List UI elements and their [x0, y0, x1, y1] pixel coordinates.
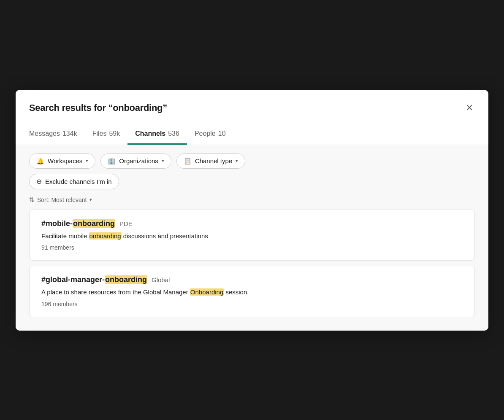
- tab-channels[interactable]: Channels536: [127, 123, 187, 145]
- tab-count-messages: 134k: [62, 130, 77, 137]
- tab-people[interactable]: People10: [187, 123, 233, 145]
- sort-row[interactable]: ⇅ Sort: Most relevant ▾: [29, 196, 475, 210]
- desc-highlight: Onboarding: [190, 288, 224, 296]
- tab-label-files: Files: [92, 130, 107, 137]
- result-org: Global: [152, 276, 170, 283]
- hash-icon: #: [41, 275, 46, 284]
- result-channel-name: #mobile-onboarding: [41, 219, 115, 228]
- tabs-row: Messages134kFiles59kChannels536People10: [16, 123, 488, 145]
- result-title-row: #global-manager-onboarding Global: [41, 275, 463, 284]
- tab-count-people: 10: [218, 130, 226, 137]
- result-desc: A place to share resources from the Glob…: [41, 288, 463, 297]
- sort-label: Sort: Most relevant: [37, 197, 87, 203]
- tab-count-files: 59k: [109, 130, 120, 137]
- close-button[interactable]: ✕: [464, 102, 475, 114]
- modal-header: Search results for “onboarding” ✕: [16, 90, 488, 123]
- result-channel-name: #global-manager-onboarding: [41, 275, 147, 284]
- result-card-result2[interactable]: #global-manager-onboarding Global A plac…: [29, 266, 475, 317]
- channel-highlight: onboarding: [105, 275, 147, 284]
- filter-channel_type-button[interactable]: 📋Channel type▾: [176, 153, 245, 169]
- desc-highlight: onboarding: [89, 232, 122, 240]
- result-title-row: #mobile-onboarding PDE: [41, 219, 463, 228]
- tab-count-channels: 536: [168, 130, 179, 137]
- filters-row-2: ⊖ Exclude channels I’m in: [29, 174, 475, 189]
- filter-workspaces-button[interactable]: 🔔Workspaces▾: [29, 153, 95, 169]
- filters-row-1: 🔔Workspaces▾🏢Organizations▾📋Channel type…: [29, 153, 475, 169]
- channel-type-icon: 📋: [184, 157, 192, 165]
- modal-title: Search results for “onboarding”: [29, 102, 167, 113]
- workspaces-icon: 🔔: [36, 157, 44, 165]
- tab-files[interactable]: Files59k: [85, 123, 128, 145]
- channel-highlight: onboarding: [73, 219, 115, 228]
- result-members: 196 members: [41, 301, 463, 307]
- tab-label-channels: Channels: [135, 130, 165, 137]
- chevron-workspaces-icon: ▾: [86, 158, 88, 164]
- filter-organizations-button[interactable]: 🏢Organizations▾: [100, 153, 171, 169]
- result-members: 91 members: [41, 244, 463, 251]
- result-org: PDE: [119, 220, 133, 227]
- search-results-modal: Search results for “onboarding” ✕ Messag…: [16, 90, 488, 331]
- result-desc: Facilitate mobile onboarding discussions…: [41, 232, 463, 241]
- exclude-label: Exclude channels I’m in: [45, 178, 112, 185]
- chevron-channel_type-icon: ▾: [236, 158, 238, 164]
- sort-chevron-icon: ▾: [89, 197, 92, 202]
- exclude-channels-button[interactable]: ⊖ Exclude channels I’m in: [29, 174, 119, 189]
- exclude-icon: ⊖: [36, 178, 42, 186]
- hash-icon: #: [41, 219, 46, 228]
- organizations-icon: 🏢: [108, 157, 116, 165]
- chevron-organizations-icon: ▾: [162, 158, 164, 164]
- tab-label-people: People: [195, 130, 216, 137]
- filter-label-workspaces: Workspaces: [48, 157, 82, 164]
- filters-area: 🔔Workspaces▾🏢Organizations▾📋Channel type…: [16, 145, 488, 210]
- close-icon: ✕: [466, 103, 473, 113]
- filter-label-organizations: Organizations: [119, 157, 158, 164]
- results-area: #mobile-onboarding PDE Facilitate mobile…: [16, 210, 488, 331]
- sort-icon: ⇅: [29, 196, 35, 204]
- tab-label-messages: Messages: [29, 130, 60, 137]
- filter-label-channel_type: Channel type: [195, 157, 232, 164]
- tab-messages[interactable]: Messages134k: [29, 123, 85, 145]
- result-card-result1[interactable]: #mobile-onboarding PDE Facilitate mobile…: [29, 210, 475, 261]
